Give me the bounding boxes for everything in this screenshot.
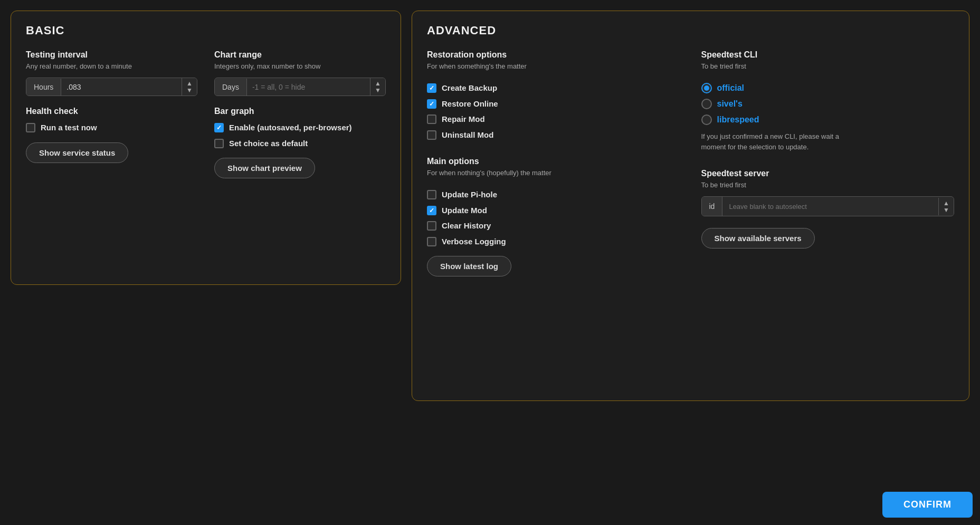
speedtest-cli-title: Speedtest CLI <box>701 50 955 60</box>
verbose-logging-checkbox[interactable] <box>427 237 436 246</box>
update-mod-row: Update Mod <box>427 205 680 216</box>
repair-mod-checkbox[interactable] <box>427 114 436 124</box>
uninstall-mod-row: Uninstall Mod <box>427 130 680 140</box>
cli-sivels-radio[interactable] <box>701 99 712 109</box>
server-id-placeholder[interactable]: Leave blank to autoselect <box>722 197 938 216</box>
main-options-section: Main options For when nothing's (hopeful… <box>427 157 680 276</box>
health-check-title: Health check <box>26 107 197 116</box>
testing-interval-desc: Any real number, down to a minute <box>26 62 197 71</box>
update-pihole-checkbox[interactable] <box>427 190 436 199</box>
clear-history-row: Clear History <box>427 221 680 231</box>
speedtest-server-input-group: id Leave blank to autoselect ▲ ▼ <box>701 196 955 216</box>
show-service-status-button[interactable]: Show service status <box>26 142 128 163</box>
advanced-left-col: Restoration options For when something's… <box>427 50 680 276</box>
verbose-logging-label: Verbose Logging <box>442 236 506 247</box>
bar-graph-default-label: Set choice as default <box>229 138 308 149</box>
speedtest-cli-desc: To be tried first <box>701 62 955 71</box>
chart-range-section: Chart range Integers only, max number to… <box>214 50 386 178</box>
server-spinner-up[interactable]: ▲ <box>943 200 949 206</box>
create-backup-label: Create Backup <box>442 83 497 93</box>
chart-range-spinner-down[interactable]: ▼ <box>375 87 381 93</box>
show-chart-preview-button[interactable]: Show chart preview <box>214 158 315 178</box>
testing-interval-input-group: Hours .083 ▲ ▼ <box>26 78 197 96</box>
speedtest-server-section: Speedtest server To be tried first id Le… <box>701 169 955 249</box>
basic-title: BASIC <box>26 24 386 37</box>
confirm-button[interactable]: CONFIRM <box>882 492 973 518</box>
advanced-title: ADVANCED <box>427 24 954 37</box>
main-options-title: Main options <box>427 157 680 166</box>
chart-range-desc: Integers only, max number to show <box>214 62 386 71</box>
bar-graph-enable-label: Enable (autosaved, per-browser) <box>229 122 352 133</box>
cli-official-label: official <box>717 83 745 93</box>
chart-range-spinner-up[interactable]: ▲ <box>375 80 381 87</box>
cli-official-row: official <box>701 83 955 93</box>
cli-librespeed-label: librespeed <box>717 115 759 125</box>
advanced-right-col: Speedtest CLI To be tried first official… <box>701 50 955 276</box>
testing-interval-spinner[interactable]: ▲ ▼ <box>182 78 197 96</box>
speedtest-server-desc: To be tried first <box>701 180 955 190</box>
bar-graph-enable-checkbox[interactable] <box>214 123 224 132</box>
basic-panel: BASIC Testing interval Any real number, … <box>11 11 401 285</box>
restoration-options-section: Restoration options For when something's… <box>427 50 680 140</box>
clear-history-checkbox[interactable] <box>427 221 436 231</box>
update-pihole-label: Update Pi-hole <box>442 189 497 200</box>
cli-note: If you just confirmed a new CLI, please … <box>701 131 849 152</box>
bar-graph-enable-row: Enable (autosaved, per-browser) <box>214 122 386 133</box>
show-available-servers-button[interactable]: Show available servers <box>701 228 815 249</box>
chart-range-title: Chart range <box>214 50 386 60</box>
spinner-down[interactable]: ▼ <box>186 87 193 93</box>
repair-mod-row: Repair Mod <box>427 114 680 125</box>
cli-librespeed-radio[interactable] <box>701 114 712 125</box>
uninstall-mod-checkbox[interactable] <box>427 130 436 140</box>
cli-sivels-row: sivel's <box>701 99 955 109</box>
cli-sivels-label: sivel's <box>717 99 743 109</box>
server-id-label: id <box>702 197 723 216</box>
run-test-label: Run a test now <box>41 122 97 133</box>
uninstall-mod-label: Uninstall Mod <box>442 130 493 140</box>
restore-online-label: Restore Online <box>442 99 498 109</box>
advanced-panel: ADVANCED Restoration options For when so… <box>412 11 969 401</box>
bar-graph-default-checkbox[interactable] <box>214 139 224 148</box>
bar-graph-default-row: Set choice as default <box>214 138 386 149</box>
chart-range-unit: Days <box>215 79 247 96</box>
repair-mod-label: Repair Mod <box>442 114 485 125</box>
restoration-options-title: Restoration options <box>427 50 680 60</box>
update-mod-checkbox[interactable] <box>427 206 436 215</box>
verbose-logging-row: Verbose Logging <box>427 236 680 247</box>
restore-online-row: Restore Online <box>427 99 680 109</box>
create-backup-row: Create Backup <box>427 83 680 93</box>
chart-range-placeholder[interactable]: -1 = all, 0 = hide <box>247 79 370 96</box>
chart-range-input-group: Days -1 = all, 0 = hide ▲ ▼ <box>214 78 386 96</box>
testing-interval-title: Testing interval <box>26 50 197 60</box>
testing-interval-value[interactable]: .083 <box>61 79 182 96</box>
clear-history-label: Clear History <box>442 221 491 231</box>
testing-interval-unit: Hours <box>26 79 61 96</box>
restore-online-checkbox[interactable] <box>427 99 436 109</box>
speedtest-server-title: Speedtest server <box>701 169 955 178</box>
show-latest-log-button[interactable]: Show latest log <box>427 256 511 276</box>
update-pihole-row: Update Pi-hole <box>427 189 680 200</box>
run-test-row: Run a test now <box>26 122 197 133</box>
spinner-up[interactable]: ▲ <box>186 80 193 87</box>
main-options-desc: For when nothing's (hopefully) the matte… <box>427 168 680 178</box>
speedtest-cli-section: Speedtest CLI To be tried first official… <box>701 50 955 152</box>
server-spinner-down[interactable]: ▼ <box>943 207 949 213</box>
create-backup-checkbox[interactable] <box>427 83 436 93</box>
bar-graph-title: Bar graph <box>214 107 386 116</box>
update-mod-label: Update Mod <box>442 205 487 216</box>
cli-official-radio[interactable] <box>701 83 712 93</box>
run-test-checkbox[interactable] <box>26 123 35 132</box>
cli-librespeed-row: librespeed <box>701 114 955 125</box>
testing-interval-section: Testing interval Any real number, down t… <box>26 50 197 178</box>
chart-range-spinner[interactable]: ▲ ▼ <box>370 78 385 96</box>
server-id-spinner[interactable]: ▲ ▼ <box>938 198 954 215</box>
restoration-options-desc: For when something's the matter <box>427 62 680 71</box>
